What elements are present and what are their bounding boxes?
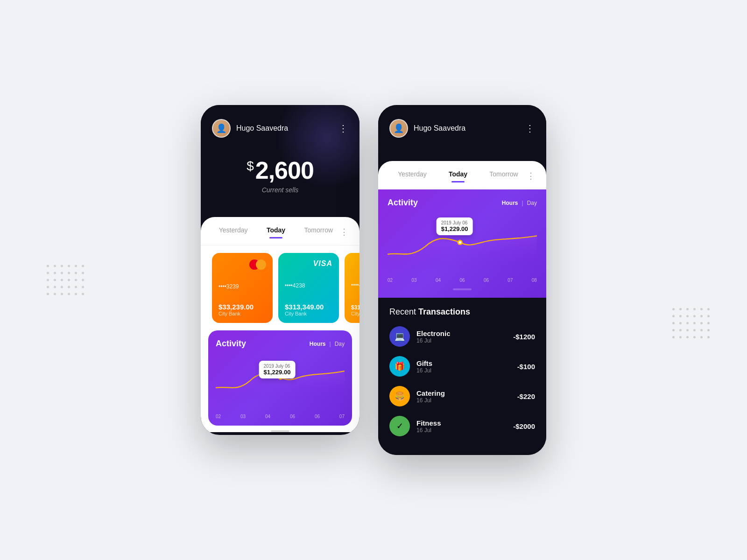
phone1-scroll-bar (271, 430, 289, 432)
phone-1: 👤 Hugo Saavedra ⋮ $2,600 Current sells Y… (201, 105, 359, 435)
tx-item-catering: 🍔 Catering 16 Jul -$220 (389, 386, 535, 406)
phone2-tooltip-value: $1,229.00 (441, 225, 468, 232)
phone1-card-2[interactable]: VISA ••••4238 $313,349.00 City Bank (278, 253, 339, 323)
phone1-user-name: Hugo Saavedra (236, 124, 288, 133)
phone1-label-06b: 06 (315, 414, 320, 419)
phone2-activity-title: Activity (388, 198, 418, 208)
tx-electronic-amount: -$1200 (513, 333, 535, 341)
phone1-white-section: Yesterday Today Tomorrow ⋮ ••••3239 (201, 217, 359, 432)
phone1-tab-more[interactable]: ⋮ (340, 227, 348, 237)
phone2-scroll-bar (453, 288, 472, 290)
mc-orange-circle (256, 259, 266, 270)
phone1-label-07: 07 (339, 414, 345, 419)
tx-item-gifts: 🎁 Gifts 16 Jul -$100 (389, 356, 535, 377)
bg-decoration-left (47, 265, 84, 295)
page-wrapper: 👤 Hugo Saavedra ⋮ $2,600 Current sells Y… (182, 77, 565, 483)
phone2-day-toggle[interactable]: Day (527, 200, 537, 206)
phone2-dark-section: Recent Transactions 💻 Electronic 16 Jul … (378, 298, 546, 455)
phone2-header: 👤 Hugo Saavedra ⋮ (378, 105, 546, 161)
phone1-activity: Activity Hours | Day 2019 July 06 $1,229… (208, 330, 352, 426)
phone1-card3-info: $313,349 City Bank (351, 304, 359, 316)
phone2-label-06a: 06 (459, 278, 465, 283)
tx-catering-amount: -$220 (517, 392, 535, 400)
phone1-tab-yesterday[interactable]: Yesterday (212, 226, 254, 238)
tx-gifts-amount: -$100 (517, 363, 535, 371)
phone1-hours-toggle[interactable]: Hours (310, 341, 326, 347)
phone1-tab-today[interactable]: Today (254, 226, 297, 238)
phone1-tooltip-date: 2019 July 06 (264, 364, 291, 369)
tx-gifts-date: 16 Jul (416, 367, 511, 374)
phone1-avatar: 👤 (212, 119, 231, 138)
phone1-avatar-image: 👤 (213, 120, 230, 137)
phone2-chart-point-inner (458, 241, 461, 244)
phone2-label-08: 08 (532, 278, 537, 283)
phone1-card-3[interactable]: VISA ••••4 $313,349 City Bank (345, 253, 359, 323)
phone2-avatar: 👤 (389, 119, 408, 138)
phone2-tab-today[interactable]: Today (435, 170, 481, 182)
phone2-tab-tomorrow[interactable]: Tomorrow (481, 170, 527, 182)
phone2-user-row: 👤 Hugo Saavedra ⋮ (389, 119, 535, 138)
phone1-header: 👤 Hugo Saavedra ⋮ $2,600 Current sells (201, 105, 359, 217)
phone1-balance: $2,600 Current sells (212, 152, 348, 208)
phone1-chart-tooltip: 2019 July 06 $1,229.00 (259, 361, 296, 378)
phone1-label-02: 02 (216, 414, 221, 419)
phone2-white-section: Yesterday Today Tomorrow ⋮ Activity Hour… (378, 161, 546, 298)
phone1-menu-button[interactable]: ⋮ (338, 123, 348, 134)
phone1-card1-number: ••••3239 (218, 283, 266, 290)
phone2-hours-toggle[interactable]: Hours (502, 200, 518, 206)
tx-gifts-info: Gifts 16 Jul (416, 359, 511, 374)
phone1-label-06a: 06 (290, 414, 295, 419)
phone2-activity: Activity Hours | Day 2019 July 06 $1,229… (378, 189, 546, 298)
phone1-tabs: Yesterday Today Tomorrow ⋮ (201, 226, 359, 245)
phone1-card-1[interactable]: ••••3239 $33,239.00 City Bank (212, 253, 273, 323)
phone1-balance-label: Current sells (212, 186, 348, 194)
phone1-activity-title: Activity (216, 339, 246, 349)
tx-gifts-name: Gifts (416, 359, 511, 367)
tx-item-electronic: 💻 Electronic 16 Jul -$1200 (389, 326, 535, 347)
phone1-activity-toggles: Hours | Day (310, 341, 345, 347)
phone1-chart: 2019 July 06 $1,229.00 (216, 356, 345, 412)
bg-decoration-right (672, 308, 710, 338)
phone1-chart-labels: 02 03 04 06 06 07 (216, 412, 345, 421)
phone1-tab-tomorrow[interactable]: Tomorrow (297, 226, 340, 238)
tx-catering-icon: 🍔 (389, 386, 410, 406)
phone2-chart-labels: 02 03 04 06 06 07 08 (388, 276, 537, 285)
phone2-activity-toggles: Hours | Day (502, 200, 537, 206)
tx-catering-info: Catering 16 Jul (416, 389, 511, 404)
phone2-label-03: 03 (411, 278, 416, 283)
tx-fitness-amount: -$2000 (513, 422, 535, 430)
phone1-card2-info: $313,349.00 City Bank (285, 303, 332, 316)
phone1-day-toggle[interactable]: Day (335, 341, 345, 347)
phone1-card2-number: ••••4238 (285, 282, 332, 289)
phone2-tab-more[interactable]: ⋮ (527, 171, 535, 181)
phone1-user-row: 👤 Hugo Saavedra ⋮ (212, 119, 348, 138)
phone2-menu-button[interactable]: ⋮ (525, 123, 535, 134)
phone1-cards-row: ••••3239 $33,239.00 City Bank VISA ••••4… (201, 245, 359, 330)
tx-fitness-info: Fitness 16 Jul (416, 419, 507, 434)
phone2-tab-yesterday[interactable]: Yesterday (389, 170, 435, 182)
phone1-card2-logo: VISA (285, 259, 332, 268)
tx-fitness-name: Fitness (416, 419, 507, 427)
phone1-balance-amount: $2,600 (212, 156, 348, 184)
tx-catering-date: 16 Jul (416, 397, 511, 404)
phone2-avatar-image: 👤 (390, 120, 407, 137)
phone2-label-06b: 06 (484, 278, 489, 283)
phone2-tooltip-date: 2019 July 06 (441, 220, 468, 225)
phone2-chart: 2019 July 06 $1,229.00 (388, 215, 537, 276)
visa-icon: VISA (313, 259, 332, 268)
tx-catering-name: Catering (416, 389, 511, 397)
phone2-tabs: Yesterday Today Tomorrow ⋮ (378, 170, 546, 189)
tx-gifts-icon: 🎁 (389, 356, 410, 377)
tx-item-fitness: ✓ Fitness 16 Jul -$2000 (389, 416, 535, 436)
phone1-card3-number: ••••4 (351, 282, 359, 288)
phone1-card3-logo: VISA (351, 259, 359, 266)
phone2-chart-tooltip: 2019 July 06 $1,229.00 (437, 217, 473, 235)
phone2-scroll-indicator (388, 288, 537, 290)
phone1-scroll-indicator (201, 430, 359, 432)
phone2-recent-title: Recent Transactions (389, 307, 535, 317)
tx-fitness-date: 16 Jul (416, 427, 507, 434)
tx-electronic-icon: 💻 (389, 326, 410, 347)
phone2-activity-header: Activity Hours | Day (388, 198, 537, 208)
phone1-currency: $ (247, 159, 254, 173)
tx-fitness-icon: ✓ (389, 416, 410, 436)
